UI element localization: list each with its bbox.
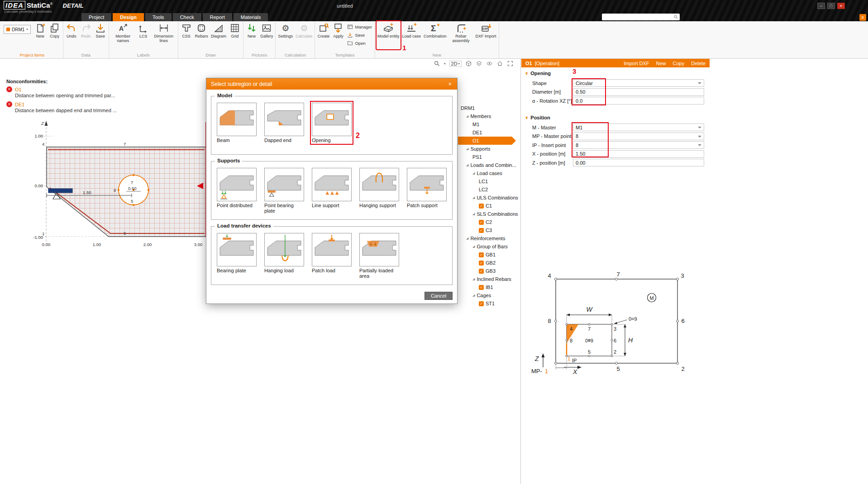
magnifier-icon[interactable]	[434, 60, 440, 67]
ribbon-button-dimension-lines[interactable]: Dimension lines	[151, 21, 176, 49]
subregion-card-point-distributed[interactable]: Point distributed	[217, 168, 257, 214]
tree-item-gb1[interactable]: ◢ ✓ GB1	[458, 251, 520, 259]
expander-icon[interactable]: ◢	[466, 147, 468, 151]
props-action-new[interactable]: New	[656, 61, 666, 66]
expander-icon[interactable]: ◢	[466, 237, 468, 240]
checkbox-icon[interactable]: ✓	[479, 301, 484, 306]
ribbon-button-apply[interactable]: Apply	[331, 21, 345, 49]
props-action-import-dxf[interactable]: Import DXF	[624, 61, 649, 66]
tree-item-ib1[interactable]: ◢ ✓ IB1	[458, 283, 520, 291]
tab-project[interactable]: Project	[81, 13, 111, 21]
tree-item-supports[interactable]: ◢ ✓ Supports	[458, 145, 520, 153]
subregion-card-patch-load[interactable]: Patch load	[312, 233, 352, 279]
maximize-button[interactable]: □	[827, 3, 835, 9]
tree-item-cages[interactable]: ◢ ✓ Cages	[458, 291, 520, 299]
checkbox-icon[interactable]: ✓	[479, 220, 484, 225]
subregion-card-line-support[interactable]: Line support	[312, 168, 352, 214]
minimize-button[interactable]: –	[817, 3, 825, 9]
collapse-icon[interactable]: ∨	[525, 71, 528, 76]
expander-icon[interactable]: ◢	[472, 212, 475, 216]
tree-item-reinforcements[interactable]: ◢ ✓ Reinforcements	[458, 234, 520, 242]
app-menu-icon[interactable]: ≡	[859, 14, 866, 21]
props-action-copy[interactable]: Copy	[673, 61, 685, 66]
ribbon-button-load-case[interactable]: Load case	[401, 21, 422, 49]
property-field[interactable]: 0.0	[573, 97, 704, 104]
ribbon-small-button-manager[interactable]: Manager	[346, 24, 373, 30]
close-icon[interactable]: ×	[447, 81, 453, 87]
subregion-card-beam[interactable]: Beam	[217, 103, 257, 143]
ribbon-button-combination[interactable]: Combination	[423, 21, 448, 49]
ribbon-button-redo[interactable]: Redo	[79, 21, 93, 49]
property-field[interactable]: 1.50	[573, 150, 704, 158]
fit-view-icon[interactable]	[507, 60, 514, 67]
tab-design[interactable]: Design	[113, 13, 144, 21]
tree-item-gb2[interactable]: ◢ ✓ GB2	[458, 259, 520, 267]
ribbon-button-css[interactable]: CSS	[180, 21, 193, 49]
property-field[interactable]: 0.50	[573, 88, 704, 96]
tree-item-uls-combinations[interactable]: ◢ ✓ ULS Combinations	[458, 194, 520, 202]
ribbon-button-copy[interactable]: Copy	[48, 21, 62, 49]
tree-item-group-of-bars[interactable]: ◢ ✓ Group of Bars	[458, 242, 520, 251]
ribbon-button-rebar-assembly[interactable]: Rebar assembly	[448, 21, 474, 49]
tree-item-drm1[interactable]: ◢ ✓ DRM1	[458, 104, 520, 112]
ribbon-button-gallery[interactable]: Gallery	[259, 21, 274, 49]
subregion-card-patch-support[interactable]: Patch support	[407, 168, 447, 214]
tree-item-ps1[interactable]: ◢ ✓ PS1	[458, 153, 520, 161]
tree-item-de1[interactable]: ◢ ✓ DE1	[458, 128, 520, 137]
property-field[interactable]: 8	[573, 133, 704, 140]
view-mode-selector[interactable]: 2D ▾	[449, 61, 462, 67]
tree-item-load-cases[interactable]: ◢ ✓ Load cases	[458, 169, 520, 177]
ribbon-button-member-names[interactable]: Member names	[110, 21, 136, 49]
subregion-card-hanging-support[interactable]: Hanging support	[359, 168, 399, 214]
checkbox-icon[interactable]: ✓	[479, 269, 484, 274]
tree-item-lc1[interactable]: ◢ ✓ LC1	[458, 177, 520, 185]
property-field[interactable]: M1	[573, 123, 704, 131]
ribbon-button-create[interactable]: Create	[316, 21, 330, 49]
ribbon-button-diagram[interactable]: Diagram	[210, 21, 227, 49]
checkbox-icon[interactable]: ✓	[479, 285, 484, 290]
property-field[interactable]: 8	[573, 141, 704, 149]
tree-item-gb3[interactable]: ◢ ✓ GB3	[458, 267, 520, 275]
tree-item-c2[interactable]: ◢ ✓ C2	[458, 218, 520, 226]
expander-icon[interactable]: ◢	[472, 245, 475, 248]
ribbon-small-button-open[interactable]: Open	[346, 40, 373, 47]
checkbox-icon[interactable]: ✓	[479, 252, 484, 257]
dialog-header[interactable]: Select subregion or detail ×	[206, 78, 457, 90]
property-field[interactable]: 0.00	[573, 159, 704, 166]
subregion-card-dapped-end[interactable]: Dapped end	[264, 103, 304, 143]
tab-tools[interactable]: Tools	[145, 13, 172, 21]
home-icon[interactable]	[496, 60, 503, 67]
ribbon-button-rebars[interactable]: Rebars	[194, 21, 209, 49]
expander-icon[interactable]: ◢	[472, 196, 475, 199]
close-button[interactable]: ×	[837, 3, 845, 9]
tree-item-lc2[interactable]: ◢ ✓ LC2	[458, 185, 520, 194]
subregion-card-bearing-plate[interactable]: Bearing plate	[217, 233, 257, 279]
property-field[interactable]: Circular	[573, 79, 704, 87]
tree-item-c1[interactable]: ◢ ✓ C1	[458, 202, 520, 210]
chevron-down-icon[interactable]: ▾	[444, 62, 446, 66]
tree-item-sls-combinations[interactable]: ◢ ✓ SLS Combinations	[458, 210, 520, 218]
tree-item-loads-and-combin-[interactable]: ◢ ✓ Loads and Combin...	[458, 161, 520, 169]
expander-icon[interactable]: ◢	[466, 163, 468, 167]
ribbon-button-lcs[interactable]: LCS	[137, 21, 150, 49]
layers-icon[interactable]	[476, 60, 482, 67]
subregion-card-partially-loaded-area[interactable]: Partially loaded area	[359, 233, 399, 279]
eye-icon[interactable]	[486, 60, 493, 67]
tab-check[interactable]: Check	[173, 13, 201, 21]
search-input[interactable]	[603, 14, 673, 20]
tab-report[interactable]: Report	[203, 13, 232, 21]
ribbon-button-undo[interactable]: Undo	[65, 21, 78, 49]
project-item-selector[interactable]: DRM1 ▾	[4, 25, 31, 34]
subregion-card-point-bearing-plate[interactable]: Point bearing plate	[264, 168, 304, 214]
search-box[interactable]	[602, 14, 680, 20]
cancel-button[interactable]: Cancel	[424, 292, 453, 300]
tree-item-st1[interactable]: ◢ ✓ ST1	[458, 299, 520, 308]
tab-materials[interactable]: Materials	[234, 13, 268, 21]
subregion-card-opening[interactable]: Opening 2	[312, 103, 352, 143]
props-action-delete[interactable]: Delete	[691, 61, 706, 66]
tree-item-o1[interactable]: ◢ ✓ O1	[458, 137, 516, 145]
render-cube-icon[interactable]	[465, 60, 472, 67]
ribbon-button-settings[interactable]: Settings	[277, 21, 294, 49]
expander-icon[interactable]: ◢	[466, 114, 468, 118]
checkbox-icon[interactable]: ✓	[479, 204, 484, 209]
